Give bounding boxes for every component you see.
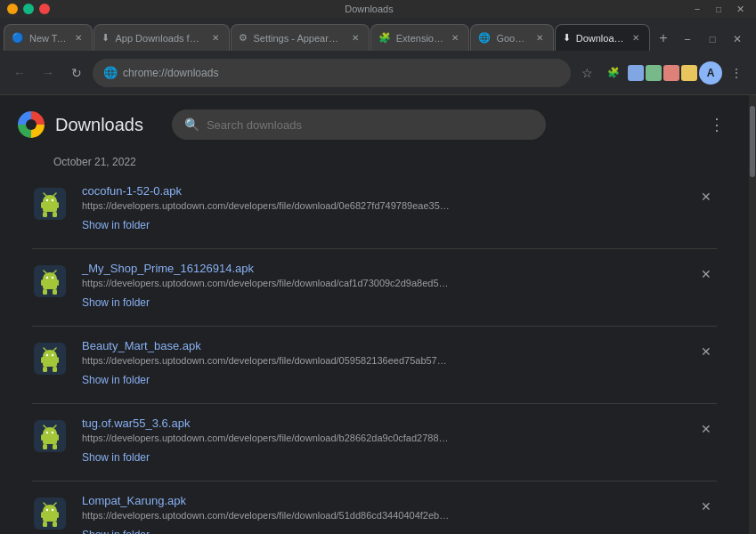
download-filename-3[interactable]: Beauty_Mart_base.apk [82, 339, 681, 352]
android-icon [34, 498, 66, 530]
close-icon: ✕ [701, 499, 711, 514]
download-url-3: https://developers.uptodown.com/develope… [82, 355, 681, 366]
svg-rect-27 [43, 367, 47, 372]
chrome-menu-icon: ⋮ [730, 66, 743, 80]
svg-point-51 [46, 509, 48, 511]
svg-rect-26 [56, 357, 59, 363]
svg-rect-48 [56, 512, 59, 518]
search-bar[interactable]: 🔍 [172, 109, 546, 140]
svg-point-29 [46, 354, 48, 356]
download-close-2[interactable]: ✕ [695, 263, 717, 285]
scrollbar[interactable] [749, 95, 756, 534]
back-icon: ← [13, 66, 26, 80]
svg-point-41 [52, 432, 53, 433]
more-icon: ⋮ [709, 115, 725, 134]
close-btn[interactable] [39, 4, 50, 14]
profile-initial: A [707, 67, 715, 79]
app-downloads-favicon: ⬇ [102, 32, 110, 44]
download-close-3[interactable]: ✕ [695, 341, 717, 362]
tab-extensions[interactable]: 🧩 Extensions ✕ [370, 24, 470, 51]
tab-settings-label: Settings - Appeara… [253, 33, 343, 44]
chrome-menu-button[interactable]: ⋮ [724, 61, 749, 85]
close-icon: ✕ [701, 422, 711, 436]
svg-rect-4 [56, 202, 59, 208]
tab-app-downloads[interactable]: ⬇ App Downloads fo… ✕ [93, 24, 230, 51]
download-filename-5[interactable]: Lompat_Karung.apk [82, 494, 681, 507]
window-title: Downloads [50, 4, 688, 14]
scrollbar-thumb[interactable] [750, 106, 755, 177]
svg-rect-49 [43, 522, 47, 527]
download-close-4[interactable]: ✕ [695, 418, 717, 440]
tab-downloads[interactable]: ⬇ Downloads ✕ [555, 24, 650, 51]
download-close-5[interactable]: ✕ [695, 496, 717, 517]
svg-point-52 [52, 509, 53, 511]
omnibar-actions: ☆ 🧩 A ⋮ [574, 61, 749, 85]
svg-rect-13 [43, 279, 57, 289]
minimize-btn[interactable] [7, 4, 18, 14]
download-item: tug.of.war55_3.6.apk https://developers.… [18, 404, 731, 477]
download-url-4: https://developers.uptodown.com/develope… [82, 433, 681, 443]
download-filename-2[interactable]: _My_Shop_Prime_16126914.apk [82, 262, 681, 275]
extension-btn-1[interactable] [628, 65, 644, 81]
profile-button[interactable]: A [699, 61, 722, 85]
extension-btn-4[interactable] [681, 65, 697, 81]
show-in-folder-1[interactable]: Show in folder [82, 219, 150, 231]
android-icon [34, 188, 66, 220]
svg-rect-16 [43, 289, 47, 295]
reload-button[interactable]: ↻ [64, 61, 89, 85]
tab-app-downloads-close[interactable]: ✕ [209, 32, 222, 44]
settings-favicon: ⚙ [239, 32, 248, 44]
tab-new-tab[interactable]: 🔵 New Tab ✕ [4, 24, 93, 51]
tab-extensions-close[interactable]: ✕ [449, 32, 461, 44]
android-icon [34, 343, 66, 375]
show-in-folder-5[interactable]: Show in folder [82, 529, 150, 534]
extension-btn-3[interactable] [663, 65, 679, 81]
forward-button[interactable]: → [36, 61, 61, 85]
new-tab-button[interactable]: + [651, 26, 676, 51]
tab-settings[interactable]: ⚙ Settings - Appeara… ✕ [231, 24, 369, 51]
restore-window-btn[interactable]: □ [701, 28, 724, 51]
download-info-4: tug.of.war55_3.6.apk https://developers.… [82, 417, 681, 465]
chrome-logo [18, 111, 45, 138]
search-input[interactable] [207, 118, 533, 132]
download-filename-4[interactable]: tug.of.war55_3.6.apk [82, 417, 681, 430]
window-minimize-icon[interactable]: − [688, 2, 706, 16]
close-window-btn[interactable]: ✕ [726, 28, 749, 51]
minimize-window-btn[interactable]: − [676, 28, 699, 51]
close-icon: ✕ [701, 190, 711, 204]
tab-google[interactable]: 🌐 Google ✕ [470, 24, 553, 51]
show-in-folder-3[interactable]: Show in folder [82, 374, 150, 386]
maximize-btn[interactable] [23, 4, 34, 14]
tab-downloads-close[interactable]: ✕ [630, 32, 642, 44]
window-maximize-icon[interactable]: □ [710, 2, 728, 16]
tab-new-tab-close[interactable]: ✕ [72, 32, 85, 44]
window-close-icon[interactable]: ✕ [731, 2, 749, 16]
bookmark-button[interactable]: ☆ [574, 61, 599, 85]
search-icon: 🔍 [184, 117, 199, 132]
more-button[interactable]: ⋮ [703, 110, 731, 139]
svg-rect-24 [43, 356, 57, 367]
svg-rect-39 [53, 444, 57, 449]
new-tab-favicon: 🔵 [12, 32, 24, 44]
svg-point-8 [52, 199, 53, 201]
tab-settings-close[interactable]: ✕ [349, 32, 362, 44]
download-url-5: https://developers.uptodown.com/develope… [82, 510, 681, 521]
url-bar[interactable]: 🌐 chrome://downloads [93, 59, 571, 87]
tab-google-close[interactable]: ✕ [533, 32, 546, 44]
show-in-folder-4[interactable]: Show in folder [82, 451, 150, 464]
extensions-button[interactable]: 🧩 [601, 61, 626, 85]
show-in-folder-2[interactable]: Show in folder [82, 296, 150, 309]
download-icon-2 [32, 263, 68, 299]
back-button[interactable]: ← [7, 61, 32, 85]
download-icon-1 [32, 186, 68, 222]
extension-btn-2[interactable] [646, 65, 662, 81]
download-close-1[interactable]: ✕ [695, 186, 717, 207]
downloads-content: Downloads 🔍 ⋮ October 21, 2022 [0, 95, 749, 534]
download-filename-1[interactable]: cocofun-1-52-0.apk [82, 184, 681, 198]
download-info-5: Lompat_Karung.apk https://developers.upt… [82, 494, 681, 534]
svg-rect-46 [43, 511, 57, 522]
tab-extensions-label: Extensions [396, 33, 444, 44]
svg-rect-5 [43, 212, 47, 217]
svg-rect-47 [41, 512, 44, 518]
svg-rect-28 [53, 367, 57, 372]
